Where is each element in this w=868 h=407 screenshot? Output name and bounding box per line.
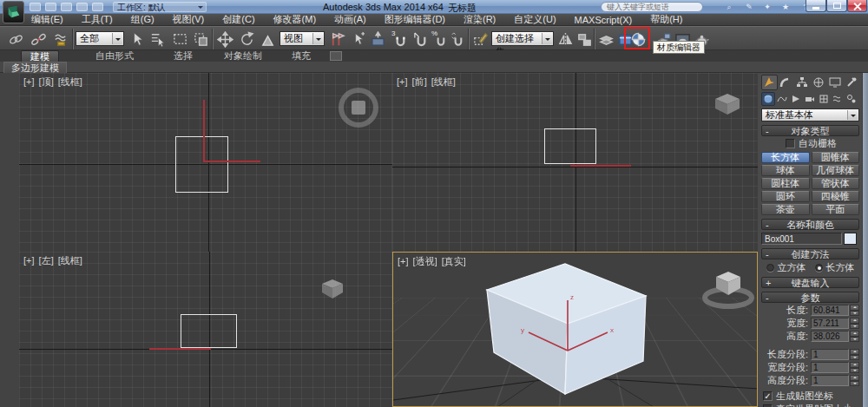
close-button[interactable] (847, 0, 867, 12)
open-file-icon[interactable] (45, 3, 56, 11)
unlink-icon[interactable] (29, 30, 48, 49)
select-object-icon[interactable] (127, 30, 146, 49)
rollout-keyboard-entry-header[interactable]: + 键盘输入 (761, 277, 859, 288)
viewport-shading-button[interactable]: [线框] (58, 255, 82, 266)
subtab-polygon-modeling[interactable]: 多边形建模 (3, 62, 67, 73)
reference-coordinate-combo[interactable]: 视图 (279, 31, 325, 46)
manage-layers-icon[interactable] (596, 30, 615, 49)
menu-rendering[interactable]: 渲染(R) (464, 13, 496, 26)
cone-button[interactable]: 圆锥体 (812, 152, 860, 163)
width-field[interactable] (811, 318, 849, 329)
viewport-name-button[interactable]: [前] (412, 76, 427, 87)
utilities-tab-icon[interactable] (843, 75, 859, 90)
tab-modeling[interactable]: 建模 (21, 50, 59, 62)
redo-icon[interactable] (92, 3, 103, 11)
width-spinner[interactable] (850, 318, 859, 329)
menu-views[interactable]: 视图(V) (173, 13, 205, 26)
length-segs-field[interactable] (811, 349, 849, 360)
select-and-move-icon[interactable] (215, 30, 234, 49)
menu-tools[interactable]: 工具(T) (82, 13, 113, 26)
select-and-link-icon[interactable] (6, 30, 25, 49)
teapot-button[interactable]: 茶壶 (761, 204, 810, 215)
spinner-snap-toggle-icon[interactable] (448, 30, 467, 49)
viewcube-widget[interactable] (699, 263, 758, 313)
menu-help[interactable]: 帮助(H) (650, 13, 682, 26)
hierarchy-tab-icon[interactable] (794, 75, 811, 90)
length-segs-spinner[interactable] (850, 349, 859, 360)
length-field[interactable] (811, 305, 849, 316)
ribbon-config-icon[interactable] (330, 51, 342, 61)
menu-create[interactable]: 创建(C) (222, 13, 254, 26)
percent-snap-toggle-icon[interactable]: % (431, 30, 450, 49)
viewport-shading-button[interactable]: [线框] (431, 76, 456, 87)
window-crossing-icon[interactable] (191, 30, 210, 49)
height-segs-field[interactable] (811, 375, 849, 386)
save-icon[interactable] (61, 3, 72, 11)
viewport-shading-button[interactable]: [线框] (58, 76, 82, 87)
select-and-scale-icon[interactable] (258, 30, 277, 49)
height-field[interactable] (811, 331, 849, 342)
tab-freeform[interactable]: 自由形式 (87, 50, 142, 62)
menu-graph-editors[interactable]: 图形编辑器(D) (385, 13, 445, 26)
angle-snap-toggle-icon[interactable] (411, 30, 431, 49)
maximize-button[interactable] (826, 0, 847, 12)
rollout-creation-method-header[interactable]: - 创建方法 (761, 248, 859, 259)
tab-selection[interactable]: 选择 (165, 50, 201, 62)
systems-icon[interactable] (845, 92, 858, 106)
geosphere-button[interactable]: 几何球体 (812, 165, 860, 176)
menu-customize[interactable]: 自定义(U) (514, 13, 556, 26)
viewport-menu-button[interactable]: [+] (23, 76, 35, 87)
shapes-icon[interactable] (775, 92, 789, 106)
cameras-icon[interactable] (803, 92, 817, 106)
generate-mapping-checkbox[interactable]: ✓ (763, 391, 773, 401)
sign-in-icon[interactable]: ✎ (743, 2, 755, 12)
selection-filter-combo[interactable]: 全部 (76, 31, 124, 46)
width-segs-field[interactable] (811, 362, 849, 373)
menu-edit[interactable]: 编辑(E) (31, 13, 63, 26)
menu-group[interactable]: 组(G) (131, 13, 155, 26)
command-panel-scrollbar[interactable] (862, 73, 868, 407)
viewport-menu-button[interactable]: [+] (23, 255, 35, 266)
viewport-front[interactable]: [+] [前] [线框] (392, 73, 758, 252)
tab-object-paint[interactable]: 对象绘制 (215, 50, 271, 62)
menu-modifiers[interactable]: 修改器(M) (273, 13, 317, 26)
communication-center-icon[interactable]: ✦ (761, 2, 773, 12)
mirror-icon[interactable] (556, 30, 575, 49)
space-warps-icon[interactable] (831, 92, 845, 106)
select-and-rotate-icon[interactable] (237, 30, 256, 49)
autogrid-checkbox[interactable] (786, 139, 795, 148)
primitive-category-dropdown[interactable]: 标准基本体 (761, 108, 859, 121)
viewport-shading-button[interactable]: [真实] (442, 256, 466, 266)
undo-icon[interactable] (76, 3, 88, 11)
modify-tab-icon[interactable] (778, 75, 794, 90)
height-segs-spinner[interactable] (850, 375, 859, 386)
binoculars-search-icon[interactable]: ⌕ (723, 2, 735, 12)
helpers-icon[interactable] (817, 92, 831, 106)
workspace-selector[interactable]: 工作区: 默认 (113, 2, 207, 12)
height-spinner[interactable] (850, 331, 859, 342)
infocenter-search-input[interactable] (601, 2, 703, 12)
bind-to-space-warp-icon[interactable] (51, 30, 70, 49)
viewport-perspective[interactable]: z x y [+] [透视] [真实] (392, 252, 758, 407)
sphere-button[interactable]: 球体 (761, 165, 810, 176)
viewcube-mini[interactable] (319, 278, 346, 300)
select-and-manipulate-icon[interactable] (348, 30, 367, 49)
viewport-top[interactable]: [+] [顶] [线框] (19, 73, 392, 252)
use-pivot-point-center-icon[interactable] (327, 30, 346, 49)
keyboard-shortcut-override-icon[interactable] (368, 30, 387, 49)
align-icon[interactable] (575, 30, 594, 49)
viewport-name-button[interactable]: [顶] (39, 76, 54, 87)
object-name-field[interactable] (761, 233, 842, 245)
create-tab-icon[interactable] (761, 75, 778, 90)
cylinder-button[interactable]: 圆柱体 (761, 178, 810, 189)
named-selection-combo[interactable]: 创建选择集 (491, 31, 554, 46)
display-tab-icon[interactable] (826, 75, 843, 90)
select-by-name-icon[interactable] (148, 30, 167, 49)
new-file-icon[interactable] (30, 3, 41, 11)
rollout-parameters-header[interactable]: - 参数 (761, 292, 859, 303)
lights-icon[interactable] (789, 92, 803, 106)
viewport-menu-button[interactable]: [+] (397, 76, 408, 87)
torus-button[interactable]: 圆环 (761, 191, 810, 202)
rollout-object-type-header[interactable]: - 对象类型 (761, 125, 859, 136)
tube-button[interactable]: 管状体 (812, 178, 860, 189)
